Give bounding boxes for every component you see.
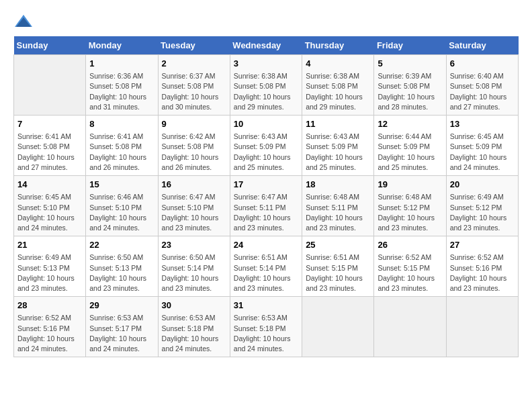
- day-header-sunday: Sunday: [14, 36, 86, 55]
- day-number: 9: [162, 118, 226, 130]
- calendar-week-row: 21Sunrise: 6:49 AM Sunset: 5:13 PM Dayli…: [14, 236, 519, 297]
- day-number: 24: [234, 239, 298, 251]
- calendar-week-row: 1Sunrise: 6:36 AM Sunset: 5:08 PM Daylig…: [14, 55, 519, 116]
- calendar-cell: 15Sunrise: 6:46 AM Sunset: 5:10 PM Dayli…: [86, 176, 158, 236]
- day-number: 14: [17, 179, 82, 191]
- day-number: 15: [89, 179, 154, 191]
- day-number: 29: [89, 300, 154, 312]
- calendar-cell: 26Sunrise: 6:52 AM Sunset: 5:15 PM Dayli…: [374, 236, 446, 297]
- calendar-cell: 8Sunrise: 6:41 AM Sunset: 5:08 PM Daylig…: [86, 116, 158, 176]
- day-number: 13: [450, 118, 515, 130]
- day-header-saturday: Saturday: [446, 36, 518, 55]
- calendar-week-row: 14Sunrise: 6:45 AM Sunset: 5:10 PM Dayli…: [14, 176, 519, 236]
- day-info: Sunrise: 6:42 AM Sunset: 5:08 PM Dayligh…: [162, 132, 226, 173]
- calendar-cell: 23Sunrise: 6:50 AM Sunset: 5:14 PM Dayli…: [158, 236, 230, 297]
- calendar-cell: [302, 297, 374, 357]
- day-info: Sunrise: 6:47 AM Sunset: 5:10 PM Dayligh…: [162, 192, 226, 233]
- day-number: 5: [378, 58, 442, 70]
- day-number: 6: [450, 58, 515, 70]
- page-header: [13, 13, 519, 30]
- day-info: Sunrise: 6:51 AM Sunset: 5:15 PM Dayligh…: [306, 253, 370, 293]
- day-number: 4: [306, 58, 370, 70]
- calendar-cell: [14, 55, 86, 116]
- calendar-cell: [374, 297, 446, 357]
- day-number: 17: [234, 179, 298, 191]
- day-info: Sunrise: 6:53 AM Sunset: 5:18 PM Dayligh…: [162, 313, 226, 354]
- day-number: 20: [450, 179, 515, 191]
- day-info: Sunrise: 6:49 AM Sunset: 5:12 PM Dayligh…: [450, 192, 515, 233]
- day-number: 21: [17, 239, 82, 251]
- day-number: 23: [162, 239, 226, 251]
- day-number: 31: [234, 300, 298, 312]
- calendar-cell: 24Sunrise: 6:51 AM Sunset: 5:14 PM Dayli…: [230, 236, 302, 297]
- calendar-cell: 27Sunrise: 6:52 AM Sunset: 5:16 PM Dayli…: [446, 236, 518, 297]
- logo-icon: [13, 13, 34, 30]
- day-info: Sunrise: 6:51 AM Sunset: 5:14 PM Dayligh…: [234, 253, 298, 293]
- calendar-cell: 7Sunrise: 6:41 AM Sunset: 5:08 PM Daylig…: [14, 116, 86, 176]
- day-info: Sunrise: 6:45 AM Sunset: 5:10 PM Dayligh…: [17, 192, 82, 233]
- calendar-cell: 6Sunrise: 6:40 AM Sunset: 5:08 PM Daylig…: [446, 55, 518, 116]
- day-info: Sunrise: 6:43 AM Sunset: 5:09 PM Dayligh…: [306, 132, 370, 173]
- calendar-cell: 5Sunrise: 6:39 AM Sunset: 5:08 PM Daylig…: [374, 55, 446, 116]
- calendar-cell: 14Sunrise: 6:45 AM Sunset: 5:10 PM Dayli…: [14, 176, 86, 236]
- day-header-thursday: Thursday: [302, 36, 374, 55]
- logo: [13, 13, 36, 30]
- day-number: 7: [17, 118, 82, 130]
- calendar-cell: 25Sunrise: 6:51 AM Sunset: 5:15 PM Dayli…: [302, 236, 374, 297]
- day-info: Sunrise: 6:38 AM Sunset: 5:08 PM Dayligh…: [234, 71, 298, 112]
- day-header-monday: Monday: [86, 36, 158, 55]
- calendar-cell: 21Sunrise: 6:49 AM Sunset: 5:13 PM Dayli…: [14, 236, 86, 297]
- day-info: Sunrise: 6:48 AM Sunset: 5:11 PM Dayligh…: [306, 192, 370, 233]
- calendar-week-row: 28Sunrise: 6:52 AM Sunset: 5:16 PM Dayli…: [14, 297, 519, 357]
- days-header-row: SundayMondayTuesdayWednesdayThursdayFrid…: [14, 36, 519, 55]
- day-info: Sunrise: 6:41 AM Sunset: 5:08 PM Dayligh…: [89, 132, 154, 173]
- day-number: 2: [162, 58, 226, 70]
- calendar-cell: 29Sunrise: 6:53 AM Sunset: 5:17 PM Dayli…: [86, 297, 158, 357]
- calendar-cell: 10Sunrise: 6:43 AM Sunset: 5:09 PM Dayli…: [230, 116, 302, 176]
- day-info: Sunrise: 6:45 AM Sunset: 5:09 PM Dayligh…: [450, 132, 515, 173]
- day-number: 22: [89, 239, 154, 251]
- day-number: 12: [378, 118, 442, 130]
- day-info: Sunrise: 6:46 AM Sunset: 5:10 PM Dayligh…: [89, 192, 154, 233]
- day-info: Sunrise: 6:36 AM Sunset: 5:08 PM Dayligh…: [89, 71, 154, 112]
- calendar-cell: 11Sunrise: 6:43 AM Sunset: 5:09 PM Dayli…: [302, 116, 374, 176]
- day-number: 3: [234, 58, 298, 70]
- calendar-cell: 9Sunrise: 6:42 AM Sunset: 5:08 PM Daylig…: [158, 116, 230, 176]
- day-info: Sunrise: 6:37 AM Sunset: 5:08 PM Dayligh…: [162, 71, 226, 112]
- calendar-cell: 18Sunrise: 6:48 AM Sunset: 5:11 PM Dayli…: [302, 176, 374, 236]
- calendar-cell: 17Sunrise: 6:47 AM Sunset: 5:11 PM Dayli…: [230, 176, 302, 236]
- day-info: Sunrise: 6:52 AM Sunset: 5:15 PM Dayligh…: [378, 253, 442, 293]
- day-number: 27: [450, 239, 515, 251]
- calendar-cell: 2Sunrise: 6:37 AM Sunset: 5:08 PM Daylig…: [158, 55, 230, 116]
- day-info: Sunrise: 6:39 AM Sunset: 5:08 PM Dayligh…: [378, 71, 442, 112]
- calendar-cell: 30Sunrise: 6:53 AM Sunset: 5:18 PM Dayli…: [158, 297, 230, 357]
- calendar-cell: 31Sunrise: 6:53 AM Sunset: 5:18 PM Dayli…: [230, 297, 302, 357]
- calendar-cell: 28Sunrise: 6:52 AM Sunset: 5:16 PM Dayli…: [14, 297, 86, 357]
- calendar-cell: 1Sunrise: 6:36 AM Sunset: 5:08 PM Daylig…: [86, 55, 158, 116]
- day-number: 10: [234, 118, 298, 130]
- day-number: 11: [306, 118, 370, 130]
- day-header-friday: Friday: [374, 36, 446, 55]
- day-info: Sunrise: 6:53 AM Sunset: 5:18 PM Dayligh…: [234, 313, 298, 354]
- calendar-cell: 19Sunrise: 6:48 AM Sunset: 5:12 PM Dayli…: [374, 176, 446, 236]
- calendar-cell: 20Sunrise: 6:49 AM Sunset: 5:12 PM Dayli…: [446, 176, 518, 236]
- calendar-week-row: 7Sunrise: 6:41 AM Sunset: 5:08 PM Daylig…: [14, 116, 519, 176]
- calendar-cell: 13Sunrise: 6:45 AM Sunset: 5:09 PM Dayli…: [446, 116, 518, 176]
- calendar-cell: 3Sunrise: 6:38 AM Sunset: 5:08 PM Daylig…: [230, 55, 302, 116]
- day-info: Sunrise: 6:52 AM Sunset: 5:16 PM Dayligh…: [450, 253, 515, 293]
- day-header-tuesday: Tuesday: [158, 36, 230, 55]
- day-info: Sunrise: 6:41 AM Sunset: 5:08 PM Dayligh…: [17, 132, 82, 173]
- calendar-table: SundayMondayTuesdayWednesdayThursdayFrid…: [13, 36, 519, 357]
- day-number: 16: [162, 179, 226, 191]
- day-info: Sunrise: 6:38 AM Sunset: 5:08 PM Dayligh…: [306, 71, 370, 112]
- day-info: Sunrise: 6:43 AM Sunset: 5:09 PM Dayligh…: [234, 132, 298, 173]
- day-number: 18: [306, 179, 370, 191]
- calendar-cell: [446, 297, 518, 357]
- day-info: Sunrise: 6:47 AM Sunset: 5:11 PM Dayligh…: [234, 192, 298, 233]
- day-number: 28: [17, 300, 82, 312]
- day-info: Sunrise: 6:52 AM Sunset: 5:16 PM Dayligh…: [17, 313, 82, 354]
- day-info: Sunrise: 6:40 AM Sunset: 5:08 PM Dayligh…: [450, 71, 515, 112]
- day-number: 30: [162, 300, 226, 312]
- day-info: Sunrise: 6:50 AM Sunset: 5:13 PM Dayligh…: [89, 253, 154, 293]
- calendar-cell: 16Sunrise: 6:47 AM Sunset: 5:10 PM Dayli…: [158, 176, 230, 236]
